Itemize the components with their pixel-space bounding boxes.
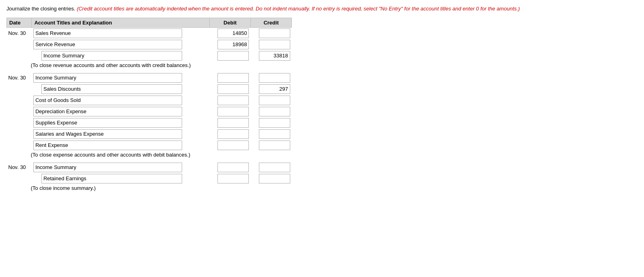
credit-input[interactable] [259,40,290,49]
date-cell [7,39,32,50]
table-row [7,50,292,61]
debit-input[interactable] [217,107,249,116]
credit-input[interactable] [259,84,290,94]
date-cell [7,140,32,151]
debit-input[interactable] [217,51,249,61]
credit-input[interactable] [259,141,290,150]
instructions-detail: (Credit account titles are automatically… [77,6,520,12]
debit-input[interactable] [217,163,249,172]
account-title-input[interactable] [33,163,182,172]
debit-input[interactable] [217,40,249,49]
credit-cell [250,140,291,151]
debit-cell [209,84,250,95]
debit-input[interactable] [217,84,249,94]
credit-cell [250,173,291,184]
credit-input[interactable] [259,163,290,172]
date-cell: Nov. 30 [7,72,32,84]
credit-input[interactable] [259,118,290,128]
credit-cell [250,27,291,39]
debit-cell [209,162,250,173]
account-title-input[interactable] [41,174,182,183]
date-cell [7,128,32,140]
account-cell [32,117,209,128]
credit-cell [250,50,291,61]
account-title-input[interactable] [41,84,182,94]
account-cell [32,173,209,184]
header-debit: Debit [209,18,250,27]
table-row [7,128,292,140]
account-cell [32,84,209,95]
debit-cell [209,72,250,84]
credit-input[interactable] [259,129,290,139]
account-cell [32,140,209,151]
debit-cell [209,39,250,50]
date-cell [7,117,32,128]
account-title-input[interactable] [33,118,182,128]
date-cell: Nov. 30 [7,27,32,39]
date-cell: Nov. 30 [7,162,32,173]
credit-cell [250,106,291,117]
debit-input[interactable] [217,96,249,105]
section-gap [7,159,292,162]
account-title-input[interactable] [33,107,182,116]
account-title-input[interactable] [33,29,182,38]
table-row [7,173,292,184]
account-title-input[interactable] [33,141,182,150]
table-row: Nov. 30 [7,72,292,84]
debit-input[interactable] [217,29,249,38]
credit-input[interactable] [259,96,290,105]
debit-cell [209,106,250,117]
note-text: (To close expense accounts and other acc… [7,151,292,159]
debit-input[interactable] [217,73,249,83]
account-cell [32,72,209,84]
note-text: (To close income summary.) [7,184,292,192]
table-row: Nov. 30 [7,162,292,173]
debit-input[interactable] [217,129,249,139]
debit-cell [209,140,250,151]
credit-cell [250,84,291,95]
debit-cell [209,95,250,106]
header-account: Account Titles and Explanation [32,18,209,27]
credit-input[interactable] [259,51,290,61]
debit-cell [209,117,250,128]
credit-cell [250,39,291,50]
table-row [7,106,292,117]
date-cell [7,95,32,106]
account-title-input[interactable] [33,40,182,49]
credit-cell [250,162,291,173]
date-cell [7,84,32,95]
journal-table: Date Account Titles and Explanation Debi… [6,18,292,192]
table-row [7,140,292,151]
credit-input[interactable] [259,107,290,116]
debit-cell [209,173,250,184]
credit-cell [250,117,291,128]
account-cell [32,95,209,106]
account-cell [32,27,209,39]
debit-cell [209,27,250,39]
instructions: Journalize the closing entries. (Credit … [6,5,638,13]
account-title-input[interactable] [33,96,182,105]
credit-input[interactable] [259,174,290,183]
date-cell [7,106,32,117]
debit-input[interactable] [217,141,249,150]
account-title-input[interactable] [33,129,182,139]
debit-input[interactable] [217,174,249,183]
table-row [7,95,292,106]
note-row: (To close income summary.) [7,184,292,192]
account-cell [32,162,209,173]
credit-cell [250,72,291,84]
debit-input[interactable] [217,118,249,128]
section-gap [7,69,292,72]
credit-input[interactable] [259,29,290,38]
note-row: (To close revenue accounts and other acc… [7,61,292,69]
account-title-input[interactable] [41,51,182,61]
note-row: (To close expense accounts and other acc… [7,151,292,159]
table-row [7,84,292,95]
account-cell [32,39,209,50]
account-title-input[interactable] [33,73,182,83]
credit-input[interactable] [259,73,290,83]
credit-cell [250,128,291,140]
table-row: Nov. 30 [7,27,292,39]
note-text: (To close revenue accounts and other acc… [7,61,292,69]
header-date: Date [7,18,32,27]
